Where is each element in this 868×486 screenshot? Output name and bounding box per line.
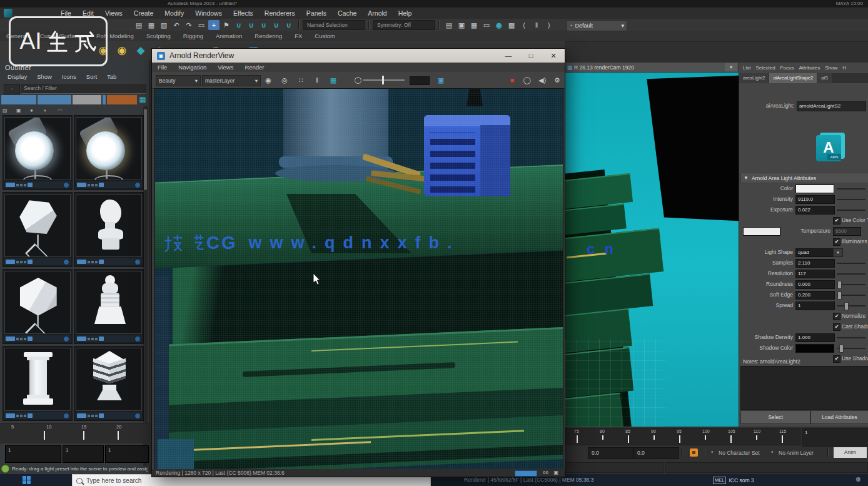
param-slider[interactable] bbox=[837, 188, 865, 190]
auto-key-icon[interactable] bbox=[690, 448, 698, 457]
search-input[interactable]: Search / Filter bbox=[21, 84, 146, 94]
panel-menu-show[interactable]: Show bbox=[32, 73, 57, 81]
checkbox[interactable]: ✔ bbox=[833, 355, 840, 363]
mini-field-1[interactable]: 1 bbox=[63, 445, 104, 463]
thumb-flag-icon[interactable] bbox=[28, 260, 33, 264]
snap-curve-icon[interactable]: ∪ bbox=[246, 20, 257, 30]
shelf-tab-rigging[interactable]: Rigging bbox=[177, 31, 209, 41]
skydome-icon[interactable]: ◆ bbox=[133, 43, 149, 59]
move-tool-icon[interactable]: + bbox=[208, 20, 220, 30]
thumb-flag-icon[interactable] bbox=[99, 413, 104, 418]
time-slider[interactable]: 7580859095100105110115 bbox=[565, 428, 800, 445]
spot-light-icon[interactable]: ◉ bbox=[114, 43, 130, 59]
thumb-flag-icon[interactable] bbox=[99, 183, 104, 187]
viewport-menu-dropdown[interactable]: ▾ bbox=[725, 63, 737, 71]
thumb-assign-icon[interactable] bbox=[6, 413, 15, 418]
thumbnail-classical-column[interactable] bbox=[3, 346, 73, 421]
ae-menu-show[interactable]: Show bbox=[822, 64, 840, 72]
thumb-render-icon[interactable] bbox=[63, 413, 69, 419]
range-start-field[interactable]: 0.0 bbox=[588, 447, 633, 459]
param-field[interactable]: 0.000 bbox=[795, 280, 835, 289]
prev-frame-icon[interactable]: ⟨ bbox=[518, 20, 530, 30]
char-set-chevron-icon[interactable]: ▾ bbox=[711, 450, 714, 455]
param-slider[interactable] bbox=[837, 348, 865, 349]
anim-layer-chevron-icon[interactable]: ▾ bbox=[771, 450, 774, 455]
slider-handle[interactable] bbox=[837, 291, 842, 300]
ae-tab-1[interactable]: aiAreaLightShape2 bbox=[769, 73, 817, 83]
ae-menu-h[interactable]: H bbox=[840, 64, 849, 72]
thumb-assign-icon[interactable] bbox=[77, 260, 86, 264]
menu-item-help[interactable]: Help bbox=[393, 8, 418, 19]
param-field[interactable]: 1 bbox=[795, 301, 835, 310]
notes-textarea[interactable] bbox=[740, 366, 868, 410]
param-slider[interactable] bbox=[837, 210, 865, 211]
color-segment-1[interactable] bbox=[38, 95, 71, 104]
load-attributes-button[interactable]: Load Attributes bbox=[810, 410, 868, 424]
color-swatch[interactable] bbox=[795, 344, 834, 353]
shelf-tab-custom[interactable]: Custom bbox=[308, 31, 341, 41]
palette-icon[interactable]: ▦ bbox=[138, 95, 148, 104]
param-field[interactable]: 1.000 bbox=[795, 333, 835, 342]
aov-grid-icon[interactable]: ∷ bbox=[295, 74, 307, 86]
color-segment-4[interactable] bbox=[107, 95, 137, 104]
renderview-titlebar[interactable]: ▣ Arnold RenderView — □ ✕ bbox=[152, 49, 565, 63]
mini-time-ruler[interactable]: 5101520 bbox=[0, 423, 149, 443]
color-segment-3[interactable] bbox=[103, 95, 106, 104]
trash-icon[interactable]: ▭ bbox=[481, 20, 492, 30]
undo-icon[interactable]: ↶ bbox=[171, 20, 182, 30]
exposure-value-box[interactable] bbox=[410, 76, 430, 85]
thumbnail-bust-statue[interactable] bbox=[74, 192, 144, 267]
snap-center-icon[interactable]: ∪ bbox=[283, 20, 295, 30]
param-field[interactable]: 0.200 bbox=[795, 291, 835, 300]
node-name-field[interactable]: arnoldAreaLightS2 bbox=[797, 101, 866, 111]
layer-dropdown[interactable]: masterLayer▾ bbox=[202, 75, 261, 86]
ae-menu-selected[interactable]: Selected bbox=[753, 64, 777, 72]
thumb-render-icon[interactable] bbox=[134, 336, 141, 342]
slider-handle[interactable] bbox=[844, 302, 849, 310]
param-slider[interactable] bbox=[837, 305, 865, 306]
snap-grid-icon[interactable]: ∪ bbox=[233, 20, 245, 30]
rv-menu-render[interactable]: Render bbox=[239, 63, 270, 72]
play-icon[interactable]: ⟩ bbox=[543, 20, 555, 30]
shading-icon[interactable]: ◐ bbox=[44, 108, 58, 113]
param-field[interactable]: 6500 bbox=[833, 227, 861, 236]
thumb-assign-icon[interactable] bbox=[77, 183, 86, 187]
color-segment-2[interactable] bbox=[73, 95, 101, 104]
param-slider[interactable] bbox=[837, 337, 865, 338]
shelf-tab-sculpting[interactable]: Sculpting bbox=[140, 31, 177, 41]
stop-render-icon[interactable]: ■ bbox=[506, 74, 518, 86]
taskbar-gear-icon[interactable]: ⚙ bbox=[855, 476, 861, 483]
ae-menu-list[interactable]: List bbox=[740, 64, 753, 72]
param-slider[interactable] bbox=[837, 273, 865, 275]
thumb-assign-icon[interactable] bbox=[6, 337, 15, 341]
section-header-area-light[interactable]: ▼ Arnold Area Light Attributes bbox=[740, 173, 868, 183]
thumb-render-icon[interactable] bbox=[63, 259, 69, 265]
param-field[interactable]: 2.110 bbox=[795, 259, 835, 268]
debug-shading-icon[interactable]: ◎ bbox=[278, 74, 291, 86]
rv-menu-views[interactable]: Views bbox=[212, 63, 239, 72]
pause-icon[interactable]: ‖ bbox=[531, 20, 542, 30]
menu-item-effects[interactable]: Effects bbox=[228, 8, 259, 19]
ae-tab-2[interactable]: aiS bbox=[817, 73, 832, 83]
mini-field-2[interactable]: 1 bbox=[105, 445, 149, 463]
menu-item-panels[interactable]: Panels bbox=[301, 8, 332, 19]
param-field[interactable]: 0.022 bbox=[795, 206, 835, 215]
temperature-swatch[interactable] bbox=[743, 227, 780, 236]
render-lock-icon[interactable]: ▣ bbox=[553, 470, 558, 475]
thumbnail-spotlight-cool[interactable] bbox=[3, 115, 73, 190]
current-frame-field[interactable]: 1 bbox=[802, 428, 868, 447]
shelf-tab-fx[interactable]: FX bbox=[288, 31, 308, 41]
thumb-view-icon[interactable]: ▣ bbox=[16, 108, 30, 113]
slider-handle[interactable] bbox=[837, 281, 842, 289]
filter-dot-icon[interactable]: ● bbox=[30, 108, 44, 113]
rv-menu-file[interactable]: File bbox=[152, 63, 173, 72]
thumb-flag-icon[interactable] bbox=[99, 337, 104, 341]
menu-item-renderers[interactable]: Renderers bbox=[259, 8, 301, 19]
settings-gear-icon[interactable]: ⚙ bbox=[551, 74, 563, 86]
param-slider[interactable] bbox=[837, 199, 865, 200]
scene-viewport[interactable]: ▦ R 26.13 renderCam 1920 ▾ cn bbox=[565, 63, 739, 427]
thumb-render-icon[interactable] bbox=[134, 182, 141, 188]
flag-icon[interactable]: ⚑ bbox=[221, 20, 232, 30]
anim-layer-label[interactable]: No Anim Layer bbox=[779, 450, 814, 456]
render-region-icon[interactable]: ▦ bbox=[468, 20, 480, 30]
